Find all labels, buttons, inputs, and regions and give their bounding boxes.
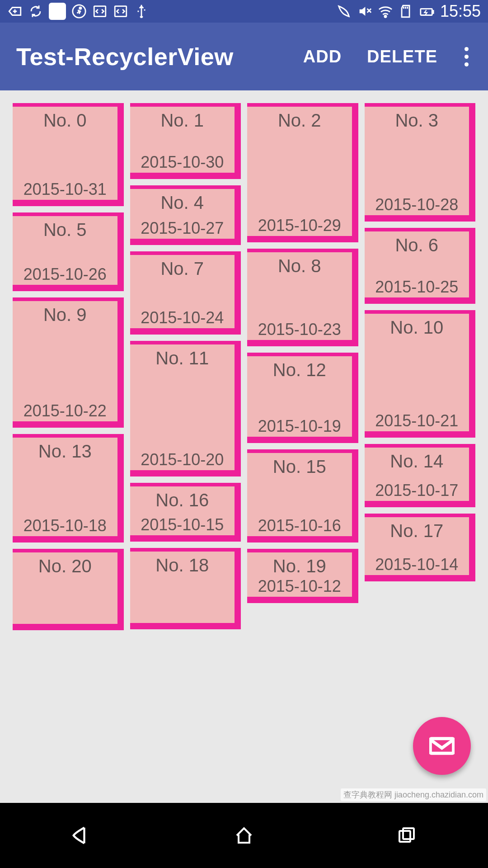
- item-date: [130, 622, 235, 623]
- item-title: No. 11: [130, 348, 235, 368]
- staggered-column: No. 12015-10-30No. 42015-10-27No. 72015-…: [130, 103, 241, 790]
- item-date: 2015-10-28: [365, 195, 469, 215]
- recent-apps-button[interactable]: [393, 822, 420, 849]
- item-date: 2015-10-14: [365, 555, 469, 575]
- volume-mute-icon: [357, 4, 372, 19]
- list-item[interactable]: No. 152015-10-16: [247, 449, 358, 542]
- running-icon: [71, 4, 87, 19]
- status-left-icons: [7, 3, 149, 20]
- fab-mail-button[interactable]: [413, 717, 471, 775]
- status-right-icons: 15:55: [336, 2, 481, 21]
- item-title: No. 12: [247, 360, 352, 380]
- recycler-view[interactable]: No. 02015-10-31No. 52015-10-26No. 92015-…: [0, 90, 488, 803]
- item-title: No. 14: [365, 451, 469, 472]
- item-date: [13, 623, 117, 624]
- list-item[interactable]: No. 02015-10-31: [13, 103, 124, 206]
- list-item[interactable]: No. 102015-10-21: [365, 310, 476, 438]
- item-date: 2015-10-31: [13, 180, 117, 200]
- list-item[interactable]: No. 32015-10-28: [365, 103, 476, 222]
- app-icon: [49, 3, 66, 20]
- item-date: 2015-10-24: [130, 308, 235, 328]
- item-title: No. 2: [247, 110, 352, 131]
- item-date: 2015-10-16: [247, 516, 352, 536]
- svg-rect-8: [399, 831, 410, 842]
- list-item[interactable]: No. 52015-10-26: [13, 212, 124, 291]
- add-button[interactable]: ADD: [291, 42, 354, 72]
- list-item[interactable]: No. 72015-10-24: [130, 251, 241, 335]
- app-title: Test-RecyclerView: [16, 42, 291, 71]
- home-button[interactable]: [230, 822, 258, 849]
- item-title: No. 10: [365, 317, 469, 338]
- staggered-column: No. 22015-10-29No. 82015-10-23No. 122015…: [247, 103, 358, 790]
- item-date: 2015-10-30: [130, 153, 235, 173]
- staggered-column: No. 32015-10-28No. 62015-10-25No. 102015…: [365, 103, 476, 790]
- sync-icon: [28, 4, 43, 19]
- item-date: 2015-10-27: [130, 219, 235, 239]
- item-date: 2015-10-15: [130, 515, 235, 535]
- status-bar: 15:55: [0, 0, 488, 23]
- item-title: No. 8: [247, 256, 352, 276]
- item-title: No. 9: [13, 305, 117, 325]
- navigation-bar: [0, 803, 488, 868]
- item-title: No. 20: [13, 556, 117, 576]
- item-title: No. 5: [13, 220, 117, 240]
- svg-point-4: [385, 15, 386, 17]
- item-title: No. 15: [247, 457, 352, 477]
- list-item[interactable]: No. 132015-10-18: [13, 434, 124, 542]
- item-date: 2015-10-17: [365, 481, 469, 501]
- list-item[interactable]: No. 142015-10-17: [365, 444, 476, 507]
- item-title: No. 17: [365, 521, 469, 541]
- list-item[interactable]: No. 22015-10-29: [247, 103, 358, 242]
- item-title: No. 6: [365, 235, 469, 255]
- item-date: 2015-10-23: [247, 320, 352, 340]
- action-bar: Test-RecyclerView ADD DELETE: [0, 23, 488, 90]
- list-item[interactable]: No. 112015-10-20: [130, 341, 241, 476]
- item-date: 2015-10-20: [130, 450, 235, 470]
- status-clock: 15:55: [440, 2, 481, 21]
- item-date: 2015-10-26: [13, 265, 117, 285]
- back-tag-icon: [7, 4, 23, 19]
- battery-charging-icon: [419, 4, 435, 19]
- wifi-icon: [378, 4, 393, 19]
- usb-icon: [134, 4, 149, 19]
- item-title: No. 19: [247, 556, 352, 576]
- list-item[interactable]: No. 20: [13, 549, 124, 630]
- list-item[interactable]: No. 62015-10-25: [365, 228, 476, 304]
- overflow-menu-icon[interactable]: [455, 46, 477, 67]
- watermark-text: 查字典教程网 jiaocheng.chazidian.com: [341, 788, 486, 801]
- item-title: No. 13: [13, 441, 117, 462]
- list-item[interactable]: No. 172015-10-14: [365, 514, 476, 581]
- item-date: 2015-10-18: [13, 516, 117, 536]
- item-title: No. 18: [130, 555, 235, 576]
- item-title: No. 4: [130, 193, 235, 213]
- list-item[interactable]: No. 92015-10-22: [13, 297, 124, 428]
- list-item[interactable]: No. 12015-10-30: [130, 103, 241, 179]
- item-date: 2015-10-29: [247, 216, 352, 236]
- item-date: 2015-10-21: [365, 411, 469, 431]
- item-date: 2015-10-19: [247, 417, 352, 437]
- list-item[interactable]: No. 42015-10-27: [130, 185, 241, 245]
- devtools-icon-2: [113, 4, 128, 19]
- list-item[interactable]: No. 122015-10-19: [247, 353, 358, 443]
- location-icon: [336, 4, 352, 19]
- item-title: No. 0: [13, 110, 117, 131]
- back-button[interactable]: [68, 822, 95, 849]
- delete-button[interactable]: DELETE: [354, 42, 450, 72]
- list-item[interactable]: No. 18: [130, 548, 241, 629]
- item-title: No. 3: [365, 110, 469, 131]
- sd-card-icon: [399, 4, 414, 19]
- svg-rect-6: [432, 11, 433, 14]
- item-date: 2015-10-12: [247, 577, 352, 597]
- item-date: 2015-10-25: [365, 278, 469, 297]
- devtools-icon: [92, 4, 108, 19]
- svg-point-1: [80, 7, 81, 9]
- mail-icon: [429, 737, 455, 755]
- list-item[interactable]: No. 162015-10-15: [130, 483, 241, 542]
- list-item[interactable]: No. 82015-10-23: [247, 249, 358, 346]
- list-item[interactable]: No. 192015-10-12: [247, 549, 358, 603]
- item-title: No. 1: [130, 110, 235, 131]
- item-title: No. 16: [130, 490, 235, 510]
- staggered-column: No. 02015-10-31No. 52015-10-26No. 92015-…: [13, 103, 124, 790]
- item-title: No. 7: [130, 259, 235, 279]
- item-date: 2015-10-22: [13, 401, 117, 421]
